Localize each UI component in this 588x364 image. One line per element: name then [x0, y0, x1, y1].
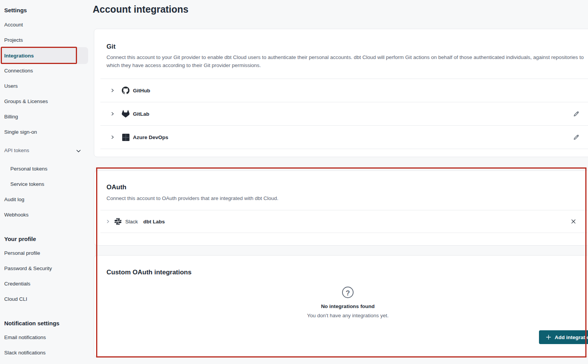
- empty-state-subtitle: You don't have any integrations yet.: [94, 313, 588, 318]
- chevron-right-icon[interactable]: [110, 88, 115, 93]
- github-icon: [122, 87, 129, 94]
- integration-name: dbt Labs: [143, 219, 165, 225]
- sidebar-item-label: Integrations: [4, 53, 34, 59]
- oauth-card-heading: OAuth: [106, 184, 126, 191]
- sidebar-item-connections[interactable]: Connections: [4, 68, 33, 74]
- sidebar-item-groups-licenses[interactable]: Groups & Licenses: [4, 98, 48, 104]
- integration-provider: Slack: [125, 219, 138, 225]
- oauth-card-description: Connect this account to OAuth providers …: [106, 194, 588, 202]
- sidebar-heading-your-profile: Your profile: [4, 236, 36, 242]
- sidebar-item-account[interactable]: Account: [4, 22, 23, 28]
- custom-oauth-card: Custom OAuth integrations ? No integrati…: [94, 255, 588, 357]
- sidebar-item-credentials[interactable]: Credentials: [4, 281, 30, 287]
- sidebar-item-personal-profile[interactable]: Personal profile: [4, 250, 40, 256]
- sidebar-item-password-security[interactable]: Password & Security: [4, 266, 52, 271]
- sidebar-heading-settings: Settings: [4, 7, 27, 13]
- sidebar-heading-notification-settings: Notification settings: [4, 320, 59, 326]
- git-card-description: Connect this account to your Git provide…: [106, 53, 588, 69]
- sidebar-item-api-tokens[interactable]: API tokens: [4, 148, 29, 153]
- chevron-right-icon[interactable]: [110, 111, 115, 116]
- git-card-heading: Git: [106, 43, 116, 51]
- azure-devops-icon: [122, 133, 129, 141]
- sidebar-item-webhooks[interactable]: Webhooks: [4, 212, 29, 218]
- close-icon[interactable]: [570, 218, 577, 225]
- sidebar-item-integrations[interactable]: Integrations: [0, 47, 88, 64]
- sidebar-item-email-notifications[interactable]: Email notifications: [4, 334, 46, 340]
- integration-row-slack[interactable]: Slack dbt Labs: [100, 210, 588, 233]
- custom-oauth-card-heading: Custom OAuth integrations: [106, 269, 192, 276]
- integration-row-gitlab[interactable]: GitLab: [100, 102, 588, 125]
- edit-button[interactable]: [573, 134, 580, 141]
- edit-button[interactable]: [573, 110, 580, 117]
- add-integration-button[interactable]: Add integration: [539, 330, 588, 344]
- sidebar-item-billing[interactable]: Billing: [4, 114, 18, 120]
- sidebar-item-audit-log[interactable]: Audit log: [4, 197, 25, 202]
- sidebar-item-cloud-cli[interactable]: Cloud CLI: [4, 296, 27, 302]
- integration-name: GitHub: [133, 88, 150, 93]
- oauth-card: OAuth Connect this account to OAuth prov…: [94, 171, 588, 246]
- sidebar-item-slack-notifications[interactable]: Slack notifications: [4, 350, 46, 356]
- chevron-right-icon[interactable]: [110, 135, 115, 139]
- question-circle-icon: ?: [342, 287, 354, 298]
- add-integration-label: Add integration: [555, 334, 588, 340]
- git-card: Git Connect this account to your Git pro…: [94, 29, 588, 157]
- sidebar-item-personal-tokens[interactable]: Personal tokens: [10, 166, 47, 172]
- sidebar-item-projects[interactable]: Projects: [4, 37, 23, 43]
- sidebar-item-users[interactable]: Users: [4, 83, 18, 89]
- plus-icon: [546, 334, 551, 340]
- empty-state-title: No integrations found: [94, 303, 588, 309]
- sidebar-item-service-tokens[interactable]: Service tokens: [10, 181, 44, 187]
- chevron-down-icon[interactable]: [75, 148, 82, 154]
- chevron-right-icon[interactable]: [106, 219, 110, 224]
- sidebar-item-single-sign-on[interactable]: Single sign-on: [4, 129, 37, 135]
- settings-sidebar: Settings Account Projects Integrations C…: [0, 0, 89, 364]
- gitlab-icon: [122, 110, 129, 118]
- page-title: Account integrations: [93, 4, 188, 15]
- integration-name: GitLab: [133, 111, 149, 117]
- integration-name: Azure DevOps: [133, 134, 168, 140]
- empty-state: ? No integrations found You don't have a…: [94, 287, 588, 318]
- slack-icon: [114, 218, 122, 225]
- integration-row-azure-devops[interactable]: Azure DevOps: [100, 125, 588, 149]
- integration-row-github[interactable]: GitHub: [100, 79, 588, 102]
